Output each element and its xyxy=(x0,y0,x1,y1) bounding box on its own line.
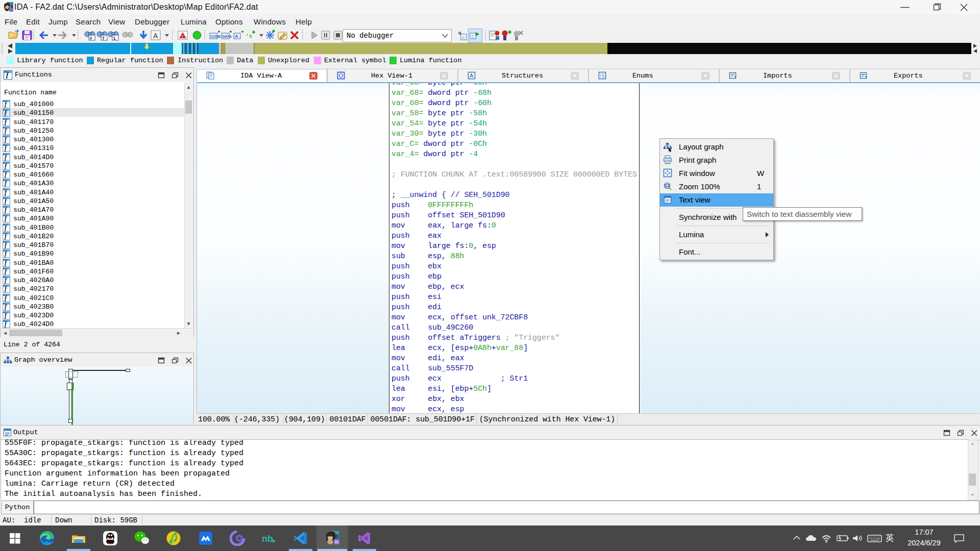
svg-text:#: # xyxy=(90,36,92,41)
svg-text:A: A xyxy=(470,72,474,79)
svg-text:N: N xyxy=(335,540,338,544)
svg-text:DATA: DATA xyxy=(223,35,232,38)
svg-text:T: T xyxy=(102,36,105,41)
svg-text:C: C xyxy=(472,34,475,39)
svg-text:CODE: CODE xyxy=(211,35,222,38)
svg-text:1:1: 1:1 xyxy=(666,184,669,187)
svg-text:A: A xyxy=(235,34,238,39)
svg-text:A: A xyxy=(153,32,158,40)
svg-text:‘s: ‘s xyxy=(246,33,252,39)
svg-text:!: ! xyxy=(182,34,183,39)
svg-text:C: C xyxy=(462,35,465,40)
svg-text:nb: nb xyxy=(262,534,273,544)
svg-text:1: 1 xyxy=(113,36,116,41)
